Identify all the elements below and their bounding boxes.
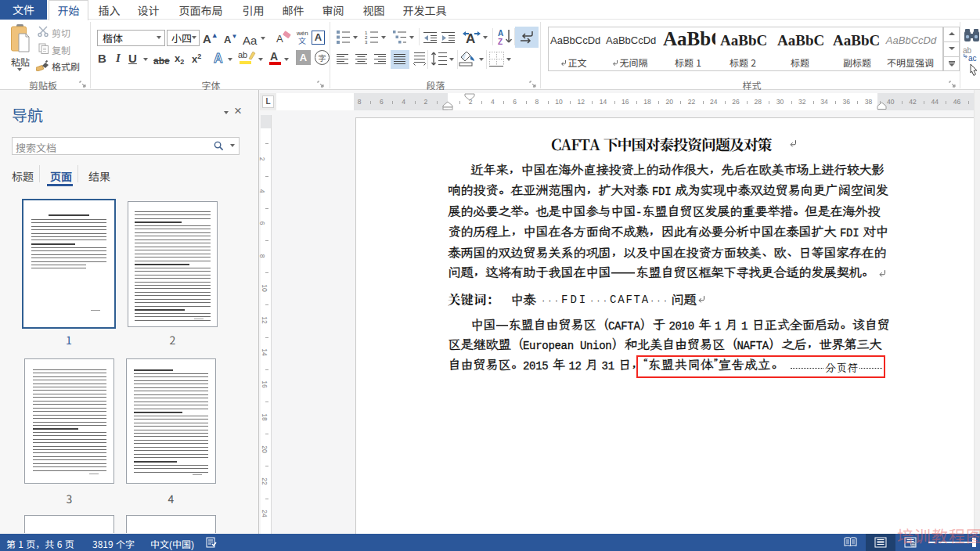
svg-text:ab: ab: [238, 50, 247, 59]
svg-text:ac: ac: [968, 54, 977, 62]
svg-text:A: A: [276, 33, 283, 45]
svg-text:Z: Z: [498, 38, 503, 46]
svg-text:A: A: [214, 52, 223, 65]
svg-text:3: 3: [365, 40, 368, 45]
svg-text:A: A: [498, 29, 503, 38]
svg-text:字: 字: [319, 52, 326, 63]
svg-text:文: 文: [298, 34, 306, 45]
svg-text:A: A: [270, 50, 278, 63]
